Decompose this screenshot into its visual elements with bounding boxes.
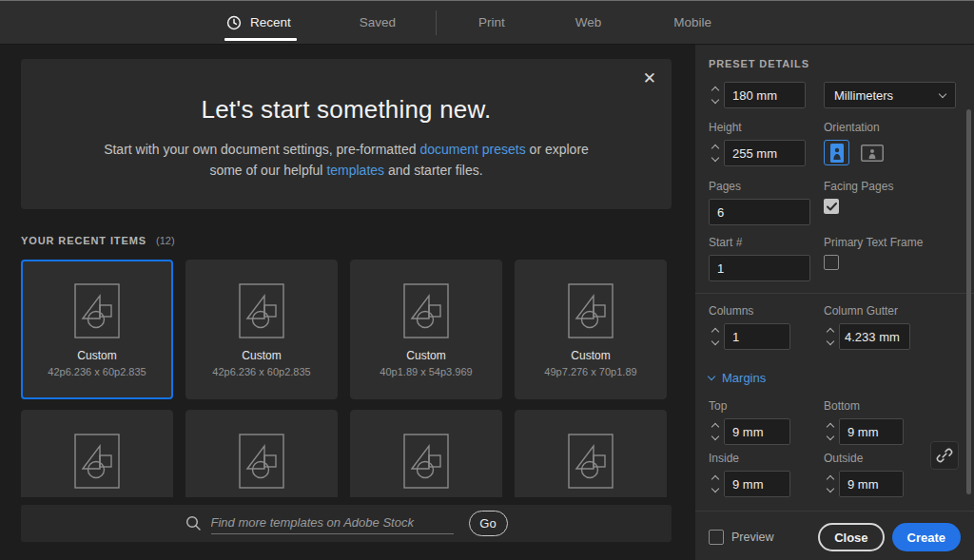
close-icon[interactable]: ✕ (643, 70, 656, 87)
tab-print[interactable]: Print (478, 1, 505, 44)
card-name: Custom (406, 349, 445, 362)
stepper-up-icon[interactable] (711, 87, 719, 94)
landscape-icon (861, 145, 884, 162)
stepper-down-icon[interactable] (711, 96, 719, 104)
link-margins-button[interactable] (930, 441, 959, 470)
margin-top-field[interactable] (724, 418, 790, 445)
main-content: ✕ Let's start something new. Start with … (0, 45, 695, 560)
document-placeholder-icon (74, 283, 120, 338)
orientation-landscape-button[interactable] (859, 140, 885, 165)
chevron-down-icon (708, 373, 715, 380)
margins-label: Margins (722, 371, 766, 385)
card-name: Custom (571, 349, 610, 362)
columns-stepper[interactable] (709, 329, 724, 344)
primary-text-frame-checkbox[interactable] (824, 255, 839, 270)
tab-web[interactable]: Web (575, 1, 602, 44)
tab-saved[interactable]: Saved (360, 1, 396, 44)
column-gutter-label: Column Gutter (824, 304, 961, 318)
go-button[interactable]: Go (469, 511, 508, 536)
stepper-down-icon[interactable] (827, 485, 834, 492)
stepper-up-icon[interactable] (827, 423, 834, 431)
tab-recent[interactable]: Recent (226, 1, 291, 44)
stepper-down-icon[interactable] (827, 338, 834, 345)
recent-card-5[interactable] (21, 410, 173, 497)
units-value: Millimeters (834, 88, 893, 103)
recent-card-3[interactable]: Custom 40p1.89 x 54p3.969 (350, 260, 502, 399)
new-document-dialog: Recent Saved Print Web Mobile ✕ Let's st… (0, 0, 974, 560)
tab-label: Saved (360, 15, 396, 29)
margin-outside-field[interactable] (839, 471, 904, 497)
margin-bottom-stepper[interactable] (824, 424, 839, 439)
margin-outside-stepper[interactable] (824, 476, 839, 492)
units-dropdown[interactable]: Millimeters (824, 82, 956, 108)
orientation-label: Orientation (824, 121, 961, 134)
stepper-down-icon[interactable] (711, 433, 719, 440)
recent-card-7[interactable] (350, 410, 502, 497)
close-button[interactable]: Close (818, 523, 884, 551)
tab-mobile[interactable]: Mobile (673, 1, 711, 44)
stepper-up-icon[interactable] (711, 423, 719, 431)
recent-items-title: YOUR RECENT ITEMS (21, 235, 146, 246)
stepper-up-icon[interactable] (827, 328, 834, 336)
recent-items-count: (12) (156, 235, 175, 246)
recent-card-2[interactable]: Custom 42p6.236 x 60p2.835 (185, 260, 338, 399)
recent-card-1[interactable]: Custom 42p6.236 x 60p2.835 (21, 260, 173, 399)
hero-banner: ✕ Let's start something new. Start with … (21, 59, 672, 209)
recent-card-8[interactable] (515, 410, 667, 497)
column-gutter-field[interactable] (839, 323, 910, 350)
recent-items-heading: YOUR RECENT ITEMS (12) (21, 235, 672, 246)
margin-inside-field[interactable] (724, 471, 790, 497)
recent-card-4[interactable]: Custom 49p7.276 x 70p1.89 (515, 260, 667, 399)
stepper-up-icon[interactable] (711, 328, 719, 336)
stepper-up-icon[interactable] (711, 145, 719, 152)
margin-bottom-field[interactable] (839, 418, 904, 445)
chevron-down-icon (939, 89, 946, 97)
document-placeholder-icon (239, 283, 284, 338)
margins-section-toggle[interactable]: Margins (709, 371, 961, 385)
tab-label: Mobile (673, 15, 711, 29)
stepper-down-icon[interactable] (711, 338, 719, 345)
stepper-down-icon[interactable] (711, 485, 719, 492)
hero-title: Let's start something new. (21, 95, 672, 125)
stepper-up-icon[interactable] (827, 475, 834, 483)
tab-label: Recent (250, 15, 291, 29)
margin-inside-label: Inside (709, 452, 824, 465)
height-stepper[interactable] (709, 145, 724, 161)
templates-link[interactable]: templates (326, 163, 384, 178)
margin-top-stepper[interactable] (709, 424, 724, 439)
search-icon (185, 515, 202, 531)
card-size: 42p6.236 x 60p2.835 (48, 366, 146, 377)
preset-details-panel: PRESET DETAILS Millimeters (695, 45, 974, 560)
facing-pages-checkbox[interactable] (824, 199, 839, 214)
width-stepper[interactable] (709, 87, 724, 103)
margin-inside-stepper[interactable] (709, 476, 724, 492)
active-tab-underline (224, 38, 297, 41)
margin-bottom-label: Bottom (824, 399, 961, 413)
stock-search-input[interactable] (211, 513, 454, 534)
stepper-down-icon[interactable] (827, 433, 834, 440)
columns-label: Columns (709, 304, 824, 318)
document-placeholder-icon (74, 434, 120, 489)
orientation-portrait-button[interactable] (824, 140, 849, 165)
preset-details-heading: PRESET DETAILS (709, 58, 961, 69)
column-gutter-stepper[interactable] (824, 329, 839, 344)
start-number-label: Start # (709, 236, 824, 249)
document-presets-link[interactable]: document presets (419, 142, 525, 157)
tab-group-divider (436, 10, 437, 35)
card-name: Custom (77, 349, 116, 362)
hero-text: and starter files. (384, 163, 483, 178)
stepper-up-icon[interactable] (711, 475, 719, 483)
create-button[interactable]: Create (892, 523, 961, 551)
panel-scrollbar-thumb[interactable] (966, 109, 971, 494)
stepper-down-icon[interactable] (711, 154, 719, 162)
pages-field[interactable] (709, 199, 810, 225)
start-number-field[interactable] (709, 255, 810, 281)
height-field[interactable] (724, 140, 806, 166)
card-size: 42p6.236 x 60p2.835 (212, 366, 310, 377)
panel-divider (695, 511, 974, 512)
columns-field[interactable] (724, 323, 790, 350)
width-field[interactable] (724, 82, 806, 108)
preview-checkbox[interactable] (709, 530, 724, 545)
recent-card-6[interactable] (185, 410, 338, 497)
adobe-stock-search-bar: Go (21, 505, 672, 542)
